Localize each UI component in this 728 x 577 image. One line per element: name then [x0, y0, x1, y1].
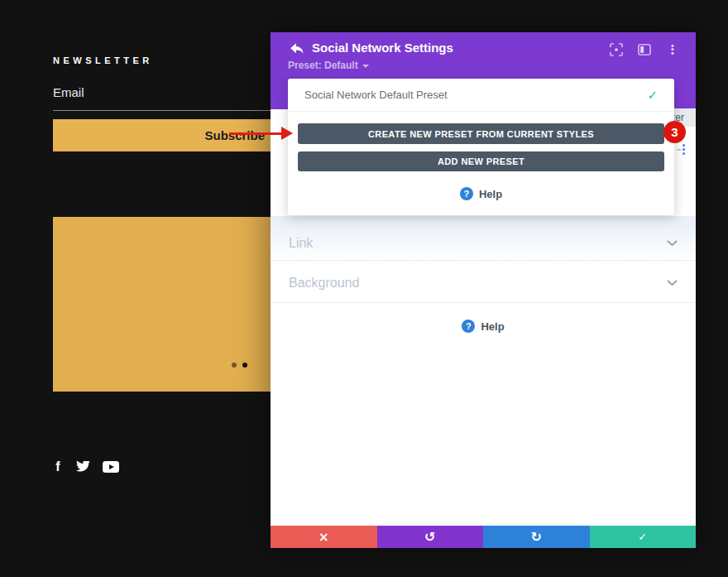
- preset-option-label: Social Network Default Preset: [304, 89, 448, 101]
- newsletter-heading: NEWSLETTER: [53, 55, 153, 65]
- preset-help-link[interactable]: ? Help: [288, 187, 674, 200]
- chevron-down-icon: [667, 280, 678, 286]
- undo-button[interactable]: ↺: [377, 526, 484, 548]
- modal-help-link[interactable]: ? Help: [271, 320, 696, 333]
- kebab-menu-icon[interactable]: ⋮: [665, 42, 680, 57]
- close-icon: ×: [318, 530, 329, 545]
- accordion-background-label: Background: [289, 276, 359, 291]
- help-icon: ?: [460, 187, 473, 200]
- facebook-icon[interactable]: f: [52, 459, 64, 475]
- check-icon: ✓: [647, 88, 658, 103]
- modal-header-actions: ⋮: [609, 42, 680, 57]
- youtube-icon[interactable]: [103, 461, 119, 473]
- annotation-arrow-line: [229, 132, 282, 135]
- twitter-icon[interactable]: [76, 461, 90, 473]
- annotation-step-badge: 3: [663, 121, 686, 143]
- accordion-background[interactable]: Background: [271, 263, 696, 303]
- preset-option-default[interactable]: Social Network Default Preset ✓: [288, 79, 674, 112]
- undo-icon: ↺: [424, 529, 435, 545]
- preset-dropdown-panel: Social Network Default Preset ✓ CREATE N…: [288, 79, 674, 215]
- focus-icon[interactable]: [609, 42, 624, 57]
- create-new-preset-button[interactable]: CREATE NEW PRESET FROM CURRENT STYLES: [298, 123, 664, 144]
- save-button[interactable]: ✓: [590, 526, 697, 548]
- discard-button[interactable]: ×: [271, 526, 377, 548]
- back-icon[interactable]: [290, 42, 304, 55]
- accordion-link-label: Link: [289, 236, 313, 251]
- module-control-dash: [677, 149, 681, 151]
- modal-title: Social Network Settings: [312, 41, 453, 55]
- columns-layout-icon[interactable]: [637, 42, 652, 57]
- email-field-label: Email: [53, 85, 84, 99]
- carousel-dot-active[interactable]: [242, 363, 247, 368]
- redo-icon: ↻: [531, 529, 542, 545]
- annotation-arrow-head: [281, 127, 293, 140]
- carousel-dot-inactive[interactable]: [232, 363, 237, 368]
- chevron-down-icon: [667, 240, 678, 247]
- redo-button[interactable]: ↻: [483, 526, 590, 548]
- chevron-down-icon: [362, 65, 369, 68]
- preset-selector[interactable]: Preset: Default: [288, 60, 369, 71]
- email-input[interactable]: [53, 110, 271, 111]
- modal-footer: × ↺ ↻ ✓: [271, 526, 696, 548]
- check-icon: ✓: [638, 531, 647, 543]
- accordion-link[interactable]: Link: [271, 226, 696, 261]
- social-network-settings-modal: Social Network Settings Preset: Default …: [271, 32, 696, 548]
- preset-selector-label: Preset: Default: [288, 60, 358, 71]
- social-links: f: [52, 459, 119, 475]
- preset-help-label: Help: [479, 188, 502, 200]
- help-icon: ?: [462, 320, 475, 333]
- gallery-image-placeholder: [53, 217, 271, 392]
- page: NEWSLETTER Email Subscribe f Social Netw…: [0, 0, 728, 577]
- add-new-preset-button[interactable]: ADD NEW PRESET: [298, 151, 664, 171]
- subscribe-button[interactable]: Subscribe: [53, 119, 271, 151]
- modal-help-label: Help: [481, 320, 504, 333]
- module-kebab-icon[interactable]: [682, 144, 685, 155]
